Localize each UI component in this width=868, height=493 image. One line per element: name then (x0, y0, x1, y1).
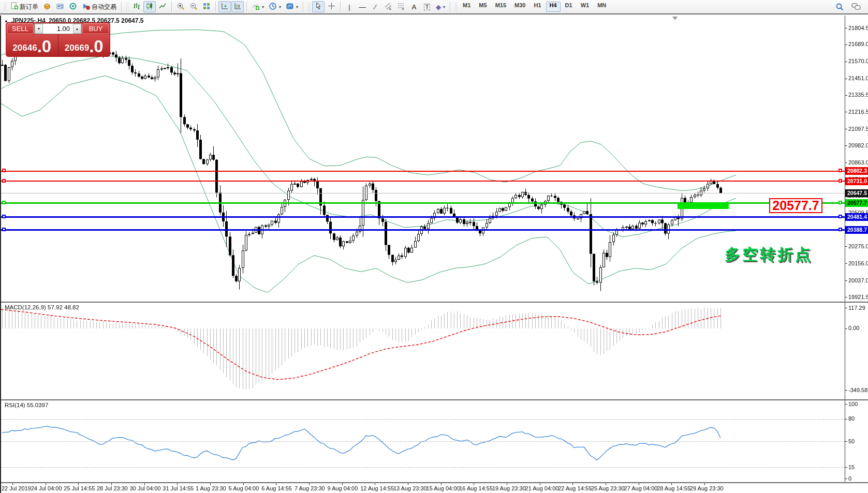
text-label-tool-button[interactable]: T (421, 1, 433, 12)
volume-increase-button[interactable]: ▲ (73, 24, 81, 34)
candlestick-chart-button[interactable] (143, 1, 156, 12)
timeframe-H1[interactable]: H1 (530, 2, 545, 12)
turning-point-note[interactable]: 多空转折点 (725, 244, 813, 265)
macd-label: MACD(12,26,9) (5, 304, 46, 310)
line-endpoint-handle[interactable] (2, 201, 6, 204)
price-badge: 20577.7 (845, 199, 868, 207)
toolbar-separator (246, 2, 247, 12)
timeframe-M5[interactable]: M5 (475, 2, 490, 12)
price-tick-label: 20156.0 (848, 260, 868, 266)
time-axis-label: 19 Aug 23:30 (492, 485, 526, 491)
cursor-tool-button[interactable] (312, 1, 325, 12)
horizontal-line-20481.4[interactable] (1, 216, 845, 218)
chat-button[interactable] (849, 1, 863, 12)
price-tick-label: 21570.0 (848, 58, 868, 64)
time-axis-label: 5 Aug 04:00 (229, 485, 259, 491)
price-tick-label: 21335.5 (848, 92, 868, 98)
line-chart-button[interactable] (156, 1, 169, 12)
vline-tool-button[interactable]: | (343, 1, 356, 12)
line-endpoint-handle[interactable] (2, 169, 6, 172)
timeframe-MN[interactable]: MN (594, 2, 610, 12)
market-watch-button[interactable] (41, 1, 53, 12)
horizontal-line-20731.0[interactable] (1, 181, 845, 182)
rsi-level-line (1, 467, 845, 468)
templates-button[interactable]: ▾ (284, 1, 300, 12)
new-order-button[interactable]: 新订单 (8, 1, 40, 12)
search-button[interactable] (833, 1, 846, 12)
line-endpoint-handle[interactable] (838, 215, 842, 218)
toolbar-right-group (833, 1, 866, 12)
auto-scroll-button[interactable] (218, 1, 231, 12)
auto-trading-button[interactable]: 自动交易 (80, 1, 119, 12)
buy-price-main: 20669 (65, 41, 89, 55)
zoom-out-button[interactable] (187, 1, 200, 12)
price-callout-box[interactable]: 20577.7 (769, 198, 822, 213)
data-window-button[interactable] (67, 1, 79, 12)
volume-decrease-button[interactable]: ▼ (35, 24, 43, 34)
text-tool-button[interactable]: A (408, 1, 420, 12)
price-tick-label: 21216.5 (848, 109, 868, 115)
zoom-out-icon (189, 2, 198, 12)
line-endpoint-handle[interactable] (838, 201, 842, 204)
line-endpoint-handle[interactable] (838, 169, 842, 172)
chart-shift-marker[interactable] (672, 17, 678, 20)
periods-button[interactable]: ▾ (267, 1, 283, 12)
zoom-in-button[interactable] (174, 1, 187, 12)
chevron-down-icon: ▾ (443, 5, 445, 9)
timeframe-W1[interactable]: W1 (577, 2, 593, 12)
horizontal-line-20388.7[interactable] (1, 229, 845, 231)
timeframe-H4[interactable]: H4 (546, 2, 561, 12)
tile-windows-button[interactable] (200, 1, 213, 12)
price-badge: 20481.4 (845, 213, 868, 221)
toolbar-grip (307, 2, 310, 11)
line-endpoint-handle[interactable] (838, 179, 842, 183)
navigator-button[interactable] (54, 1, 66, 12)
pane-separator[interactable] (1, 482, 868, 483)
hline-icon: — (359, 4, 366, 10)
chat-icon (851, 3, 861, 11)
bar-chart-button[interactable] (130, 1, 143, 12)
price-badge: 20388.7 (845, 226, 868, 234)
turning-point-text: 多空转折点 (725, 246, 813, 263)
chart-shift-button[interactable] (231, 1, 244, 12)
pane-separator[interactable] (1, 302, 868, 303)
rsi-label: RSI(14) (5, 402, 25, 408)
volume-input[interactable] (43, 24, 73, 34)
line-endpoint-handle[interactable] (838, 228, 842, 231)
toolbar-separator (121, 2, 122, 12)
buy-price-display[interactable]: 20669 .0 (58, 35, 110, 56)
buy-button[interactable]: BUY (82, 23, 109, 34)
fibonacci-tool-button[interactable]: F (395, 1, 407, 12)
sell-button[interactable]: SELL (7, 23, 34, 34)
toolbar-separator (340, 2, 341, 12)
timeframe-M30[interactable]: M30 (511, 2, 529, 12)
indicators-button[interactable]: ▾ (249, 1, 266, 12)
pane-separator[interactable] (1, 399, 868, 400)
shapes-tool-button[interactable]: ◆ ▾ (434, 1, 447, 12)
timeframe-D1[interactable]: D1 (562, 2, 576, 12)
trendline-icon: ∕ (375, 4, 376, 10)
horizontal-line-20802.3[interactable] (1, 171, 845, 172)
rsi-axis-label: 100 (848, 401, 858, 407)
trendline-tool-button[interactable]: ∕ (369, 1, 381, 12)
time-axis-label: 6 Aug 14:55 (261, 485, 292, 491)
highlight-zone[interactable] (678, 203, 729, 209)
price-badge: 20647.5 (845, 189, 868, 197)
bar-chart-icon (133, 2, 141, 12)
text-icon: A (411, 4, 416, 10)
line-endpoint-handle[interactable] (2, 215, 6, 218)
toolbar-separator (450, 2, 450, 12)
timeframe-M15[interactable]: M15 (492, 2, 510, 12)
line-endpoint-handle[interactable] (2, 228, 6, 231)
price-tick-label: 20982.0 (848, 142, 868, 148)
hline-tool-button[interactable]: — (356, 1, 369, 12)
buy-price-fraction: .0 (89, 38, 104, 55)
auto-trading-label: 自动交易 (92, 3, 116, 11)
timeframe-M1[interactable]: M1 (459, 2, 474, 12)
line-endpoint-handle[interactable] (2, 179, 6, 183)
crosshair-tool-button[interactable] (325, 1, 337, 12)
channel-tool-button[interactable]: E (382, 1, 394, 12)
sell-price-display[interactable]: 20646 .0 (6, 35, 58, 56)
horizontal-line-20647.5[interactable] (1, 193, 845, 193)
chevron-down-icon: ▾ (262, 5, 264, 9)
